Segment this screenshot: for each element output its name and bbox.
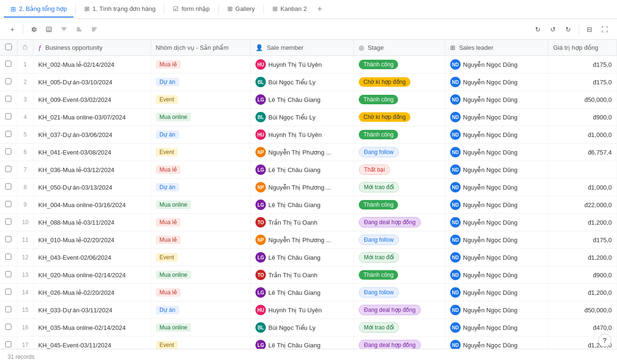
cell-nhom-dv[interactable]: Mua lẻ — [151, 214, 251, 231]
save-button[interactable] — [42, 23, 55, 36]
cell-business-opportunity[interactable]: KH_050-Dự án-03/13/2024 — [33, 179, 151, 196]
row-checkbox-cell[interactable] — [0, 284, 17, 301]
cell-sale-member[interactable]: NP Nguyễn Thị Phương ... — [251, 179, 354, 196]
row-checkbox-cell[interactable] — [0, 337, 17, 349]
row-checkbox-cell[interactable] — [0, 91, 17, 109]
cell-nhom-dv[interactable]: Mua lẻ — [151, 231, 251, 249]
cell-nhom-dv[interactable]: Mua lẻ — [151, 284, 251, 301]
cell-sale-member[interactable]: TO Trần Thị Tú Oanh — [251, 266, 354, 284]
table-row[interactable]: 1 KH_002-Mua lẻ-02/14/2024 Mua lẻ HU Huỳ… — [0, 56, 617, 73]
cell-sales-leader[interactable]: ND Nguyễn Ngọc Dũng — [445, 337, 548, 349]
cell-business-opportunity[interactable]: KH_035-Mua online-02/14/2024 — [33, 319, 151, 337]
cell-sales-leader[interactable]: ND Nguyễn Ngọc Dũng — [445, 179, 548, 196]
cell-nhom-dv[interactable]: Dự án — [151, 73, 251, 91]
row-checkbox[interactable] — [5, 148, 11, 155]
col-gia-tri[interactable]: Giá trị hợp đồng — [548, 40, 617, 56]
cell-stage[interactable]: Thành công — [354, 196, 445, 214]
row-checkbox-cell[interactable] — [0, 266, 17, 284]
expand-button[interactable]: ⛶ — [598, 23, 611, 36]
table-row[interactable]: 4 KH_021-Mua online-03/07/2024 Mua onlin… — [0, 109, 617, 126]
cell-nhom-dv[interactable]: Event — [151, 249, 251, 266]
cell-sales-leader[interactable]: ND Nguyễn Ngọc Dũng — [445, 56, 548, 73]
cell-sales-leader[interactable]: ND Nguyễn Ngọc Dũng — [445, 161, 548, 179]
cell-nhom-dv[interactable]: Event — [151, 144, 251, 161]
sort-desc-button[interactable] — [88, 23, 101, 36]
cell-stage[interactable]: Mới trao đổi — [354, 179, 445, 196]
row-checkbox[interactable] — [5, 341, 11, 347]
row-checkbox-cell[interactable] — [0, 179, 17, 196]
tab-2-bang-tong-hop[interactable]: ⊞ 2. Bảng tổng hợp — [4, 1, 73, 18]
cell-stage[interactable]: Mới trao đổi — [354, 319, 445, 337]
cell-stage[interactable]: Đang follow — [354, 284, 445, 301]
row-checkbox-cell[interactable] — [0, 231, 17, 249]
cell-sale-member[interactable]: HU Huỳnh Thị Tú Uyên — [251, 126, 354, 144]
row-checkbox[interactable] — [5, 183, 11, 190]
table-row[interactable]: 5 KH_037-Dự án-03/06/2024 Dự án HU Huỳnh… — [0, 126, 617, 144]
cell-sale-member[interactable]: LG Lê Thị Châu Giang — [251, 161, 354, 179]
cell-sale-member[interactable]: BL Bùi Ngọc Tiểu Ly — [251, 73, 354, 91]
row-checkbox[interactable] — [5, 78, 11, 84]
cell-business-opportunity[interactable]: KH_021-Mua online-03/07/2024 — [33, 109, 151, 126]
cell-sales-leader[interactable]: ND Nguyễn Ngọc Dũng — [445, 126, 548, 144]
cell-business-opportunity[interactable]: KH_088-Mua lẻ-03/11/2024 — [33, 214, 151, 231]
cell-business-opportunity[interactable]: KH_005-Dự án-03/10/2024 — [33, 73, 151, 91]
table-row[interactable]: 12 KH_043-Event-02/06/2024 Event LG Lê T… — [0, 249, 617, 266]
table-row[interactable]: 14 KH_026-Mua lẻ-02/20/2024 Mua lẻ LG Lê… — [0, 284, 617, 301]
tab-1-tinh-trang-don-hang[interactable]: ⊞ 1. Tình trạng đơn hàng — [78, 1, 162, 17]
cell-business-opportunity[interactable]: KH_010-Mua lẻ-02/20/2024 — [33, 231, 151, 249]
table-row[interactable]: 9 KH_004-Mua online-03/16/2024 Mua onlin… — [0, 196, 617, 214]
cell-sales-leader[interactable]: ND Nguyễn Ngọc Dũng — [445, 73, 548, 91]
cell-stage[interactable]: Đang deal hợp đồng — [354, 214, 445, 231]
cell-sales-leader[interactable]: ND Nguyễn Ngọc Dũng — [445, 214, 548, 231]
cell-stage[interactable]: Đang deal hợp đồng — [354, 301, 445, 319]
table-row[interactable]: 10 KH_088-Mua lẻ-03/11/2024 Mua lẻ TO Tr… — [0, 214, 617, 231]
cell-business-opportunity[interactable]: KH_036-Mua lẻ-03/12/2024 — [33, 161, 151, 179]
cell-stage[interactable]: Chờ kí hợp đồng — [354, 73, 445, 91]
col-stage[interactable]: ◎ Stage — [354, 40, 445, 56]
table-row[interactable]: 17 KH_045-Event-03/11/2024 Event LG Lê T… — [0, 337, 617, 349]
redo-button[interactable]: ↻ — [562, 23, 575, 36]
cell-business-opportunity[interactable]: KH_041-Event-03/08/2024 — [33, 144, 151, 161]
cell-nhom-dv[interactable]: Mua online — [151, 266, 251, 284]
cell-stage[interactable]: Mới trao đổi — [354, 249, 445, 266]
cell-stage[interactable]: Chờ kí hợp đồng — [354, 109, 445, 126]
cell-sales-leader[interactable]: ND Nguyễn Ngọc Dũng — [445, 301, 548, 319]
cell-sale-member[interactable]: LG Lê Thị Châu Giang — [251, 91, 354, 109]
table-row[interactable]: 16 KH_035-Mua online-02/14/2024 Mua onli… — [0, 319, 617, 337]
cell-sales-leader[interactable]: ND Nguyễn Ngọc Dũng — [445, 249, 548, 266]
settings-button[interactable] — [27, 23, 40, 36]
cell-stage[interactable]: Đang deal hợp đồng — [354, 337, 445, 349]
cell-sale-member[interactable]: HU Huỳnh Thị Tú Uyên — [251, 301, 354, 319]
cell-sales-leader[interactable]: ND Nguyễn Ngọc Dũng — [445, 266, 548, 284]
cell-stage[interactable]: Thành công — [354, 266, 445, 284]
cell-business-opportunity[interactable]: KH_009-Event-03/02/2024 — [33, 91, 151, 109]
row-checkbox[interactable] — [5, 113, 11, 119]
row-checkbox-cell[interactable] — [0, 73, 17, 91]
cell-stage[interactable]: Đang follow — [354, 231, 445, 249]
row-checkbox[interactable] — [5, 236, 11, 242]
row-checkbox-cell[interactable] — [0, 161, 17, 179]
select-all-checkbox[interactable] — [5, 44, 12, 50]
col-sales-leader[interactable]: ⊞ Sales leader — [445, 40, 548, 56]
cell-business-opportunity[interactable]: KH_020-Mua online-02/14/2024 — [33, 266, 151, 284]
help-button[interactable]: ? — [598, 334, 611, 347]
row-checkbox-cell[interactable] — [0, 301, 17, 319]
cell-nhom-dv[interactable]: Mua online — [151, 196, 251, 214]
filter-button[interactable] — [57, 23, 71, 36]
row-checkbox[interactable] — [5, 289, 11, 295]
row-checkbox[interactable] — [5, 61, 11, 67]
table-row[interactable]: 6 KH_041-Event-03/08/2024 Event NP Nguyễ… — [0, 144, 617, 161]
cell-sales-leader[interactable]: ND Nguyễn Ngọc Dũng — [445, 284, 548, 301]
cell-sale-member[interactable]: TO Trần Thị Tú Oanh — [251, 214, 354, 231]
cell-nhom-dv[interactable]: Dự án — [151, 126, 251, 144]
row-checkbox[interactable] — [5, 166, 11, 172]
cell-nhom-dv[interactable]: Dự án — [151, 301, 251, 319]
add-record-button[interactable]: + — [6, 23, 19, 36]
cell-stage[interactable]: Thành công — [354, 91, 445, 109]
cell-business-opportunity[interactable]: KH_033-Dự án-03/11/2024 — [33, 301, 151, 319]
refresh-button[interactable]: ↻ — [531, 23, 544, 36]
row-checkbox[interactable] — [5, 306, 11, 312]
table-row[interactable]: 3 KH_009-Event-03/02/2024 Event LG Lê Th… — [0, 91, 617, 109]
grid-view-button[interactable]: ⊟ — [583, 23, 596, 36]
add-tab-button[interactable]: + — [313, 2, 326, 16]
